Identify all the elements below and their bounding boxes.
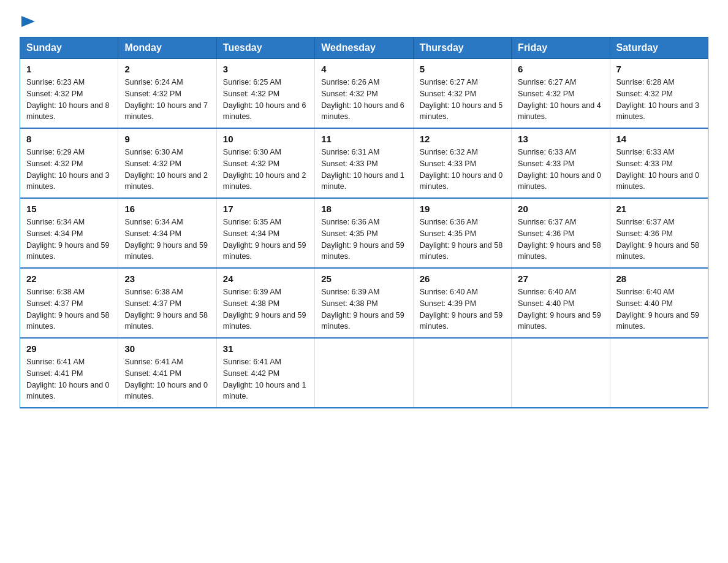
calendar-cell: 13 Sunrise: 6:33 AM Sunset: 4:33 PM Dayl…: [512, 128, 610, 198]
day-number: 13: [518, 134, 603, 144]
day-number: 17: [223, 204, 308, 214]
header-tuesday: Tuesday: [216, 37, 314, 59]
calendar-cell: 23 Sunrise: 6:38 AM Sunset: 4:37 PM Dayl…: [118, 268, 216, 338]
day-info: Sunrise: 6:33 AM Sunset: 4:33 PM Dayligh…: [518, 147, 603, 193]
calendar-week-row: 15 Sunrise: 6:34 AM Sunset: 4:34 PM Dayl…: [20, 198, 708, 268]
calendar-cell: 10 Sunrise: 6:30 AM Sunset: 4:32 PM Dayl…: [216, 128, 314, 198]
svg-marker-0: [21, 16, 35, 27]
calendar-cell: 15 Sunrise: 6:34 AM Sunset: 4:34 PM Dayl…: [20, 198, 118, 268]
logo: [20, 15, 35, 27]
day-number: 4: [321, 64, 406, 74]
day-number: 1: [26, 64, 112, 74]
calendar-cell: 26 Sunrise: 6:40 AM Sunset: 4:39 PM Dayl…: [413, 268, 511, 338]
calendar-cell: 25 Sunrise: 6:39 AM Sunset: 4:38 PM Dayl…: [315, 268, 413, 338]
day-info: Sunrise: 6:30 AM Sunset: 4:32 PM Dayligh…: [223, 147, 308, 193]
calendar-cell: 29 Sunrise: 6:41 AM Sunset: 4:41 PM Dayl…: [20, 338, 118, 408]
day-info: Sunrise: 6:29 AM Sunset: 4:32 PM Dayligh…: [26, 147, 112, 193]
header-monday: Monday: [118, 37, 216, 59]
calendar-cell: 19 Sunrise: 6:36 AM Sunset: 4:35 PM Dayl…: [413, 198, 511, 268]
day-number: 10: [223, 134, 308, 144]
day-number: 30: [124, 343, 210, 354]
day-number: 21: [616, 204, 702, 214]
day-info: Sunrise: 6:39 AM Sunset: 4:38 PM Dayligh…: [223, 286, 308, 332]
day-info: Sunrise: 6:23 AM Sunset: 4:32 PM Dayligh…: [26, 77, 112, 123]
day-number: 25: [321, 274, 406, 284]
calendar-cell: 17 Sunrise: 6:35 AM Sunset: 4:34 PM Dayl…: [216, 198, 314, 268]
day-info: Sunrise: 6:35 AM Sunset: 4:34 PM Dayligh…: [223, 216, 308, 262]
calendar-week-row: 1 Sunrise: 6:23 AM Sunset: 4:32 PM Dayli…: [20, 59, 708, 129]
day-number: 18: [321, 204, 406, 214]
calendar-cell: 2 Sunrise: 6:24 AM Sunset: 4:32 PM Dayli…: [118, 59, 216, 129]
day-number: 26: [420, 274, 505, 284]
day-number: 24: [223, 274, 308, 284]
day-info: Sunrise: 6:40 AM Sunset: 4:39 PM Dayligh…: [420, 286, 505, 332]
page-header: [20, 15, 708, 27]
calendar-week-row: 8 Sunrise: 6:29 AM Sunset: 4:32 PM Dayli…: [20, 128, 708, 198]
calendar-cell: 20 Sunrise: 6:37 AM Sunset: 4:36 PM Dayl…: [512, 198, 610, 268]
day-info: Sunrise: 6:25 AM Sunset: 4:32 PM Dayligh…: [223, 77, 308, 123]
day-info: Sunrise: 6:26 AM Sunset: 4:32 PM Dayligh…: [321, 77, 406, 123]
calendar-cell: 28 Sunrise: 6:40 AM Sunset: 4:40 PM Dayl…: [610, 268, 708, 338]
calendar-cell: [315, 338, 413, 408]
day-number: 23: [124, 274, 210, 284]
header-wednesday: Wednesday: [315, 37, 413, 59]
day-info: Sunrise: 6:31 AM Sunset: 4:33 PM Dayligh…: [321, 147, 406, 193]
day-number: 22: [26, 274, 112, 284]
day-info: Sunrise: 6:41 AM Sunset: 4:41 PM Dayligh…: [124, 356, 210, 402]
day-number: 9: [124, 134, 210, 144]
day-number: 12: [420, 134, 505, 144]
day-info: Sunrise: 6:28 AM Sunset: 4:32 PM Dayligh…: [616, 77, 702, 123]
calendar-cell: 14 Sunrise: 6:33 AM Sunset: 4:33 PM Dayl…: [610, 128, 708, 198]
calendar-cell: 5 Sunrise: 6:27 AM Sunset: 4:32 PM Dayli…: [413, 59, 511, 129]
day-info: Sunrise: 6:37 AM Sunset: 4:36 PM Dayligh…: [616, 216, 702, 262]
day-info: Sunrise: 6:34 AM Sunset: 4:34 PM Dayligh…: [26, 216, 112, 262]
calendar-cell: 27 Sunrise: 6:40 AM Sunset: 4:40 PM Dayl…: [512, 268, 610, 338]
calendar-cell: 9 Sunrise: 6:30 AM Sunset: 4:32 PM Dayli…: [118, 128, 216, 198]
day-number: 20: [518, 204, 603, 214]
calendar-cell: 4 Sunrise: 6:26 AM Sunset: 4:32 PM Dayli…: [315, 59, 413, 129]
day-number: 3: [223, 64, 308, 74]
calendar-cell: [512, 338, 610, 408]
day-number: 29: [26, 343, 112, 354]
header-sunday: Sunday: [20, 37, 118, 59]
day-number: 27: [518, 274, 603, 284]
calendar-cell: 21 Sunrise: 6:37 AM Sunset: 4:36 PM Dayl…: [610, 198, 708, 268]
day-info: Sunrise: 6:24 AM Sunset: 4:32 PM Dayligh…: [124, 77, 210, 123]
calendar-cell: 24 Sunrise: 6:39 AM Sunset: 4:38 PM Dayl…: [216, 268, 314, 338]
day-info: Sunrise: 6:34 AM Sunset: 4:34 PM Dayligh…: [124, 216, 210, 262]
day-info: Sunrise: 6:27 AM Sunset: 4:32 PM Dayligh…: [518, 77, 603, 123]
day-info: Sunrise: 6:32 AM Sunset: 4:33 PM Dayligh…: [420, 147, 505, 193]
day-number: 16: [124, 204, 210, 214]
day-number: 15: [26, 204, 112, 214]
day-info: Sunrise: 6:38 AM Sunset: 4:37 PM Dayligh…: [124, 286, 210, 332]
day-number: 19: [420, 204, 505, 214]
calendar-table: Sunday Monday Tuesday Wednesday Thursday…: [20, 37, 708, 408]
day-info: Sunrise: 6:36 AM Sunset: 4:35 PM Dayligh…: [321, 216, 406, 262]
header-friday: Friday: [512, 37, 610, 59]
day-number: 11: [321, 134, 406, 144]
day-info: Sunrise: 6:40 AM Sunset: 4:40 PM Dayligh…: [518, 286, 603, 332]
calendar-cell: 6 Sunrise: 6:27 AM Sunset: 4:32 PM Dayli…: [512, 59, 610, 129]
day-number: 8: [26, 134, 112, 144]
day-number: 28: [616, 274, 702, 284]
calendar-cell: 22 Sunrise: 6:38 AM Sunset: 4:37 PM Dayl…: [20, 268, 118, 338]
day-info: Sunrise: 6:37 AM Sunset: 4:36 PM Dayligh…: [518, 216, 603, 262]
day-info: Sunrise: 6:41 AM Sunset: 4:42 PM Dayligh…: [223, 356, 308, 402]
calendar-header-row: Sunday Monday Tuesday Wednesday Thursday…: [20, 37, 708, 59]
day-info: Sunrise: 6:38 AM Sunset: 4:37 PM Dayligh…: [26, 286, 112, 332]
calendar-cell: 12 Sunrise: 6:32 AM Sunset: 4:33 PM Dayl…: [413, 128, 511, 198]
day-info: Sunrise: 6:39 AM Sunset: 4:38 PM Dayligh…: [321, 286, 406, 332]
calendar-cell: [610, 338, 708, 408]
day-number: 14: [616, 134, 702, 144]
day-number: 6: [518, 64, 603, 74]
day-info: Sunrise: 6:40 AM Sunset: 4:40 PM Dayligh…: [616, 286, 702, 332]
calendar-week-row: 29 Sunrise: 6:41 AM Sunset: 4:41 PM Dayl…: [20, 338, 708, 408]
calendar-cell: 3 Sunrise: 6:25 AM Sunset: 4:32 PM Dayli…: [216, 59, 314, 129]
calendar-week-row: 22 Sunrise: 6:38 AM Sunset: 4:37 PM Dayl…: [20, 268, 708, 338]
day-info: Sunrise: 6:33 AM Sunset: 4:33 PM Dayligh…: [616, 147, 702, 193]
day-number: 31: [223, 343, 308, 354]
calendar-cell: 30 Sunrise: 6:41 AM Sunset: 4:41 PM Dayl…: [118, 338, 216, 408]
day-number: 2: [124, 64, 210, 74]
calendar-cell: 7 Sunrise: 6:28 AM Sunset: 4:32 PM Dayli…: [610, 59, 708, 129]
calendar-cell: 8 Sunrise: 6:29 AM Sunset: 4:32 PM Dayli…: [20, 128, 118, 198]
